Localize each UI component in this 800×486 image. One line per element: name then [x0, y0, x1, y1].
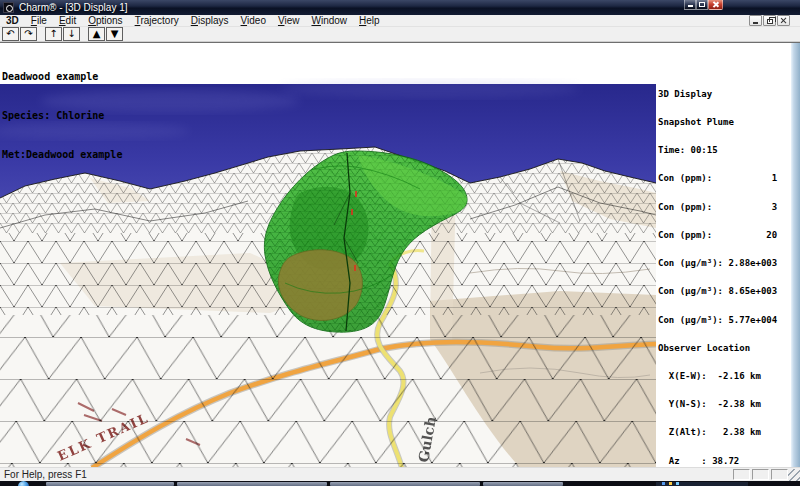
scenario-met: Met:Deadwood example	[2, 148, 122, 161]
status-text: For Help, press F1	[4, 469, 87, 480]
status-bar: For Help, press F1	[0, 467, 800, 481]
tilt-up-button[interactable]: ▲	[88, 27, 105, 41]
menu-item-view[interactable]: View	[272, 15, 306, 27]
taskbar-button[interactable]	[330, 482, 480, 486]
info-line: Time: 00:15	[658, 146, 790, 155]
info-line: Az : 38.72	[658, 457, 790, 466]
app-icon	[3, 2, 14, 13]
info-line: 3D Display	[658, 90, 790, 99]
taskbar-button[interactable]	[46, 482, 174, 486]
info-line: Z(Alt): 2.38 km	[658, 428, 790, 437]
taskbar-button[interactable]	[483, 482, 563, 486]
info-line: Con (ppm): 3	[658, 203, 790, 212]
menu-bar: 3D File Edit Options Trajectory Displays…	[0, 15, 800, 27]
orbit-left-button[interactable]: ↶	[2, 27, 19, 41]
maximize-icon	[699, 2, 705, 7]
mdi-restore-icon	[767, 19, 773, 24]
menu-item-file[interactable]: File	[25, 15, 53, 27]
charm-app-window: Charm® - [3D Display 1] 3D File Edit Opt…	[0, 0, 800, 486]
scenario-overlay: Deadwood example Species: Chlorine Met:D…	[2, 44, 122, 187]
menu-item-video[interactable]: Video	[235, 15, 272, 27]
menu-item-edit[interactable]: Edit	[53, 15, 82, 27]
info-line: Snapshot Plume	[658, 118, 790, 127]
status-pane	[771, 469, 788, 480]
info-line: Observer Location	[658, 344, 790, 353]
tray-icon[interactable]	[662, 482, 665, 485]
minimize-icon	[688, 5, 693, 7]
window-controls	[684, 0, 723, 10]
title-bar[interactable]: Charm® - [3D Display 1]	[0, 0, 800, 15]
info-line: X(E-W): -2.16 km	[658, 372, 790, 381]
taskbar-button[interactable]	[177, 482, 327, 486]
tray-icon[interactable]	[676, 482, 679, 485]
info-line: Con (ppm): 20	[658, 231, 790, 240]
minimize-button[interactable]	[684, 0, 696, 10]
resize-grip[interactable]	[788, 469, 800, 481]
info-line: Con (ppm): 1	[658, 174, 790, 183]
menu-item-options[interactable]: Options	[82, 15, 128, 27]
close-icon	[712, 1, 719, 8]
close-button[interactable]	[708, 0, 723, 10]
windows-taskbar	[0, 481, 800, 486]
mdi-window-controls	[749, 15, 790, 26]
menu-item-window[interactable]: Window	[305, 15, 353, 27]
mdi-minimize-icon	[753, 22, 758, 24]
info-line: Con (µg/m³): 5.77e+004	[658, 316, 790, 325]
info-line: Con (µg/m³): 8.65e+003	[658, 287, 790, 296]
window-title: Charm® - [3D Display 1]	[19, 2, 128, 13]
info-panel: 3D Display Snapshot Plume Time: 00:15 Co…	[658, 71, 790, 467]
status-pane	[733, 469, 750, 480]
info-line: Y(N-S): -2.38 km	[658, 400, 790, 409]
menu-item-help[interactable]: Help	[353, 15, 386, 27]
taskbar-buttons	[46, 482, 563, 486]
status-pane	[752, 469, 769, 480]
scenario-species: Species: Chlorine	[2, 109, 122, 122]
mdi-system-menu[interactable]: 3D	[0, 15, 25, 26]
tilt-down-button[interactable]: ▼	[106, 27, 123, 41]
orbit-right-button[interactable]: ↷	[20, 27, 37, 41]
move-up-button[interactable]: ↑	[45, 27, 62, 41]
maximize-button[interactable]	[696, 0, 708, 10]
mdi-restore-button[interactable]	[763, 15, 776, 26]
menu-item-displays[interactable]: Displays	[185, 15, 235, 27]
info-line: Con (µg/m³): 2.88e+003	[658, 259, 790, 268]
move-down-button[interactable]: ↓	[63, 27, 80, 41]
toolbar: ↶ ↷ ↑ ↓ ▲ ▼	[0, 27, 800, 42]
start-orb-icon[interactable]	[18, 481, 29, 486]
window-right-border	[791, 43, 800, 467]
menu-item-trajectory[interactable]: Trajectory	[129, 15, 185, 27]
system-tray[interactable]	[656, 482, 748, 486]
scenario-name: Deadwood example	[2, 70, 122, 83]
mdi-close-button[interactable]	[777, 15, 790, 26]
mdi-minimize-button[interactable]	[749, 15, 762, 26]
3d-viewport[interactable]: ELK TRAIL Gulch	[0, 42, 800, 467]
status-panes	[733, 469, 788, 480]
tray-icon[interactable]	[669, 482, 672, 485]
mdi-close-icon	[780, 17, 787, 24]
